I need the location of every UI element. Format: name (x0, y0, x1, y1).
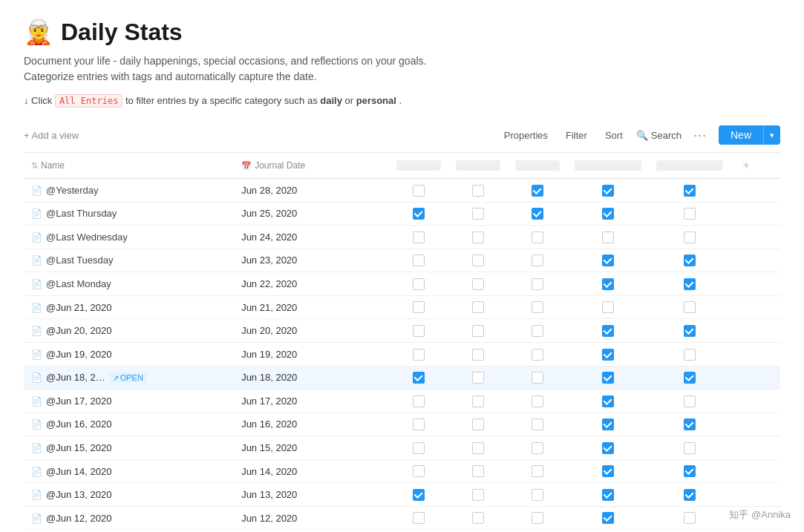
checkbox[interactable] (413, 185, 425, 197)
checkbox[interactable] (532, 372, 543, 384)
all-entries-tag[interactable]: All Entries (55, 94, 122, 108)
checkbox[interactable] (684, 325, 696, 337)
checkbox[interactable] (472, 231, 484, 243)
properties-button[interactable]: Properties (500, 128, 552, 143)
row-name-text[interactable]: @Yesterday (46, 185, 99, 196)
new-button[interactable]: New (719, 125, 763, 145)
checkbox[interactable] (602, 325, 614, 337)
checkbox[interactable] (413, 325, 425, 337)
checkbox[interactable] (684, 442, 696, 454)
row-name-text[interactable]: @Last Thursday (46, 208, 117, 219)
checkbox[interactable] (602, 418, 614, 430)
checkbox[interactable] (413, 254, 425, 266)
checkbox[interactable] (413, 395, 425, 407)
checkbox[interactable] (413, 301, 425, 313)
checkbox[interactable] (684, 231, 696, 243)
add-view-button[interactable]: + Add a view (24, 130, 79, 141)
checkbox[interactable] (413, 349, 425, 361)
checkbox[interactable] (602, 512, 614, 524)
checkbox[interactable] (472, 372, 484, 384)
sort-button[interactable]: Sort (601, 128, 627, 143)
col-header-date: 📅 Journal Date (234, 153, 389, 179)
checkbox[interactable] (602, 231, 614, 243)
filter-button[interactable]: Filter (561, 128, 592, 143)
checkbox[interactable] (472, 208, 484, 220)
checkbox[interactable] (413, 278, 425, 290)
checkbox[interactable] (532, 489, 543, 501)
checkbox[interactable] (532, 231, 543, 243)
row-name-text: @Jun 15, 2020 (46, 442, 111, 453)
checkbox[interactable] (413, 489, 425, 501)
checkbox[interactable] (472, 349, 484, 361)
checkbox[interactable] (602, 208, 614, 220)
checkbox[interactable] (684, 349, 696, 361)
checkbox[interactable] (684, 254, 696, 266)
search-button[interactable]: 🔍 Search (636, 130, 682, 141)
checkbox[interactable] (602, 185, 614, 197)
checkbox[interactable] (684, 465, 696, 477)
checkbox[interactable] (472, 185, 484, 197)
checkbox[interactable] (532, 301, 543, 313)
checkbox[interactable] (413, 418, 425, 430)
checkbox[interactable] (472, 254, 484, 266)
checkbox[interactable] (413, 372, 425, 384)
add-column-button[interactable]: + (738, 159, 754, 171)
col-date-label: Journal Date (255, 160, 305, 171)
checkbox[interactable] (532, 349, 543, 361)
page-title-text: Daily Stats (61, 19, 183, 46)
checkbox[interactable] (684, 278, 696, 290)
row-name-text[interactable]: @Last Wednesday (46, 231, 128, 243)
row-check-cell (567, 272, 649, 296)
checkbox[interactable] (684, 418, 696, 430)
checkbox[interactable] (684, 185, 696, 197)
open-badge[interactable]: ↗OPEN (109, 372, 147, 383)
checkbox[interactable] (602, 301, 614, 313)
row-check-cell (508, 390, 567, 413)
checkbox[interactable] (472, 465, 484, 477)
checkbox[interactable] (532, 208, 543, 220)
checkbox[interactable] (684, 301, 696, 313)
col-blur-2 (456, 160, 500, 171)
checkbox[interactable] (684, 512, 696, 524)
checkbox[interactable] (413, 465, 425, 477)
checkbox[interactable] (684, 372, 696, 384)
col-header-add[interactable]: + (731, 153, 780, 179)
checkbox[interactable] (602, 442, 614, 454)
checkbox[interactable] (684, 489, 696, 501)
checkbox[interactable] (602, 395, 614, 407)
checkbox[interactable] (472, 442, 484, 454)
checkbox[interactable] (413, 231, 425, 243)
checkbox[interactable] (532, 418, 543, 430)
new-dropdown-button[interactable]: ▾ (763, 125, 780, 145)
checkbox[interactable] (602, 372, 614, 384)
checkbox[interactable] (472, 512, 484, 524)
checkbox[interactable] (532, 278, 543, 290)
checkbox[interactable] (413, 512, 425, 524)
checkbox[interactable] (472, 489, 484, 501)
checkbox[interactable] (602, 254, 614, 266)
checkbox[interactable] (532, 395, 543, 407)
checkbox[interactable] (472, 325, 484, 337)
checkbox[interactable] (684, 208, 696, 220)
checkbox[interactable] (532, 465, 543, 477)
checkbox[interactable] (602, 349, 614, 361)
checkbox[interactable] (532, 442, 543, 454)
checkbox[interactable] (413, 442, 425, 454)
checkbox[interactable] (413, 208, 425, 220)
checkbox[interactable] (602, 489, 614, 501)
row-name-text[interactable]: @Last Monday (46, 278, 111, 289)
checkbox[interactable] (532, 325, 543, 337)
checkbox[interactable] (602, 278, 614, 290)
checkbox[interactable] (532, 185, 543, 197)
row-name-text[interactable]: @Last Tuesday (46, 254, 114, 266)
checkbox[interactable] (532, 254, 543, 266)
more-options-button[interactable]: ··· (690, 126, 710, 145)
checkbox[interactable] (472, 418, 484, 430)
checkbox[interactable] (602, 465, 614, 477)
checkbox[interactable] (472, 301, 484, 313)
checkbox[interactable] (472, 278, 484, 290)
row-check-cell (567, 342, 649, 366)
checkbox[interactable] (684, 395, 696, 407)
checkbox[interactable] (532, 512, 543, 524)
checkbox[interactable] (472, 395, 484, 407)
